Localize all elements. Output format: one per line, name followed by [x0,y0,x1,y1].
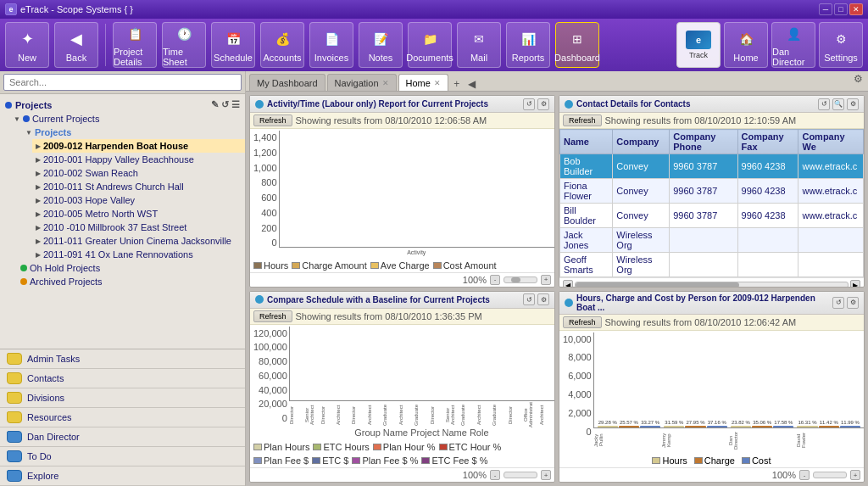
to-do-nav[interactable]: To Do [0,447,245,466]
contacts-nav[interactable]: Contacts [0,369,245,388]
time-sheet-button[interactable]: 🕐 Time Sheet [162,22,206,68]
contact-scroll-left[interactable]: ◀ [563,280,573,287]
table-row[interactable]: Bob BuilderConvey9960 37879960 4238www.e… [560,154,864,179]
project-item-6[interactable]: ▶ 2010 -010 Millbrook 37 East Street [32,221,245,234]
new-button[interactable]: ✦ New [5,22,49,68]
documents-button[interactable]: 📁 Documents [408,22,452,68]
hours-zoom-out[interactable]: - [799,470,810,480]
projects-sublabel-item[interactable]: ▼ Projects [22,126,245,139]
contact-settings-icon[interactable]: ⚙ [847,98,859,110]
tab-my-dashboard[interactable]: My Dashboard [249,74,326,91]
compare-settings-icon[interactable]: ⚙ [537,293,549,305]
schedule-button[interactable]: 📅 Schedule [211,22,255,68]
archived-item[interactable]: Archived Projects [10,275,245,288]
table-row[interactable]: Bill BoulderConvey9960 37879960 4238www.… [560,204,864,228]
tab-home[interactable]: Home ✕ [398,74,448,91]
tab-nav-back[interactable]: ◀ [465,77,479,91]
current-projects-dot [23,115,30,122]
x-role-label: Director [508,402,523,427]
compare-controls: ↺ ⚙ [523,293,549,305]
add-icon[interactable]: ✎ [211,99,219,110]
hours-refresh-text: Showing results from 08/10/2010 12:06:42… [605,317,797,327]
home-label: Home [733,53,758,63]
reports-button[interactable]: 📊 Reports [506,22,550,68]
tab-bar-wrapper: My Dashboard Navigation ✕ Home ✕ + ◀ ⚙ [246,71,868,92]
track-button[interactable]: e Track [676,22,721,68]
dashboard-gear-icon[interactable]: ⚙ [854,73,863,85]
compare-refresh-icon[interactable]: ↺ [523,293,535,305]
projects-header: Projects ✎ ↺ ☰ [0,98,245,112]
table-row[interactable]: Fiona FlowerConvey9960 37879960 4238www.… [560,179,864,204]
contact-scroll-right[interactable]: ▶ [850,280,860,287]
tab-navigation[interactable]: Navigation ✕ [327,74,397,91]
main-toolbar: ✦ New ◀ Back 📋 Project Details 🕐 Time Sh… [0,19,868,71]
activity-refresh-icon[interactable]: ↺ [523,98,535,110]
refresh-icon[interactable]: ↺ [221,99,229,110]
project-item-0[interactable]: ▶ 2009-012 Harpenden Boat House [32,139,245,153]
back-label: Back [66,53,86,63]
activity-zoom-in[interactable]: + [541,275,551,285]
hours-scroll-track[interactable] [813,472,847,478]
project-item-8[interactable]: ▶ 2011-091 41 Ox Lane Rennovations [32,248,245,261]
compare-refresh-btn[interactable]: Refresh [253,310,292,322]
oh-hold-item[interactable]: Oh Hold Projects [10,261,245,275]
compare-zoom-in[interactable]: + [541,470,551,480]
config-icon[interactable]: ☰ [231,99,240,110]
compare-plot [289,327,554,402]
activity-scroll-track[interactable] [504,277,537,283]
p2-arrow: ▶ [36,170,41,177]
divisions-nav[interactable]: Divisions [0,388,245,408]
compare-zoom-out[interactable]: - [490,470,500,480]
invoices-button[interactable]: 📄 Invoices [309,22,353,68]
activity-zoom-out[interactable]: - [490,275,500,285]
table-row[interactable]: Geoff SmartsWireless Org [560,253,864,277]
current-projects-item[interactable]: ▼ Current Projects [10,112,245,126]
dashboard-button[interactable]: ⊞ Dashboard [555,22,599,68]
activity-refresh-btn[interactable]: Refresh [253,115,292,126]
contact-search-icon[interactable]: 🔍 [832,98,844,110]
project-item-4[interactable]: ▶ 2010-003 Hope Valley [32,193,245,207]
hours-refresh-btn[interactable]: Refresh [563,316,602,328]
divisions-label: Divisions [27,393,64,403]
resources-nav[interactable]: Resources [0,408,245,427]
title-bar-left: e eTrack - Scope Systems { } [5,3,133,15]
project-item-2[interactable]: ▶ 2010-002 Swan Reach [32,166,245,180]
schedule-label: Schedule [214,53,253,63]
project-details-label: Project Details [114,47,156,67]
tab-home-close[interactable]: ✕ [434,79,441,87]
project-item-3[interactable]: ▶ 2010-011 St Andrews Church Hall [32,180,245,193]
home-button[interactable]: 🏠 Home [724,22,768,68]
admin-tasks-nav[interactable]: Admin Tasks [0,349,245,369]
project-details-button[interactable]: 📋 Project Details [113,22,157,68]
maximize-button[interactable]: □ [834,3,848,15]
contact-table: Name Company Company Phone Company Fax C… [559,129,864,277]
dan-director-toolbar-button[interactable]: 👤 Dan Director [771,22,815,68]
search-input[interactable] [3,74,242,91]
mail-button[interactable]: ✉ Mail [457,22,501,68]
minimize-button[interactable]: ─ [819,3,832,15]
dan-director-nav[interactable]: Dan Director [0,427,245,447]
contact-scroll-track[interactable] [575,282,849,287]
notes-button[interactable]: 📝 Notes [359,22,403,68]
compare-scroll-track[interactable] [504,472,537,478]
project-item-1[interactable]: ▶ 2010-001 Happy Valley Beachhouse [32,153,245,166]
hours-settings-icon[interactable]: ⚙ [847,297,859,309]
back-button[interactable]: ◀ Back [54,22,98,68]
tab-navigation-close[interactable]: ✕ [382,79,389,87]
hours-zoom-in[interactable]: + [850,470,860,480]
table-row[interactable]: Jack JonesWireless Org [560,228,864,253]
projects-tree: Projects ✎ ↺ ☰ ▼ Current Projects ▼ Proj… [0,94,245,349]
hours-refresh-icon[interactable]: ↺ [832,297,844,309]
activity-settings-icon[interactable]: ⚙ [537,98,549,110]
project-item-7[interactable]: ▶ 2011-011 Greater Union Cinema Jacksonv… [32,234,245,248]
accounts-button[interactable]: 💰 Accounts [260,22,304,68]
tab-add-button[interactable]: + [450,77,464,91]
project-item-5[interactable]: ▶ 2010-005 Metro North WST [32,207,245,221]
contact-refresh-icon[interactable]: ↺ [818,98,830,110]
explore-nav[interactable]: Explore [0,466,245,486]
close-button[interactable]: ✕ [849,3,863,15]
contact-refresh-btn[interactable]: Refresh [563,115,602,126]
settings-button[interactable]: ⚙ Settings [819,22,863,68]
dashboard-grid: Activity/Time (Labour only) Report for C… [246,92,868,486]
search-bar [0,71,245,94]
